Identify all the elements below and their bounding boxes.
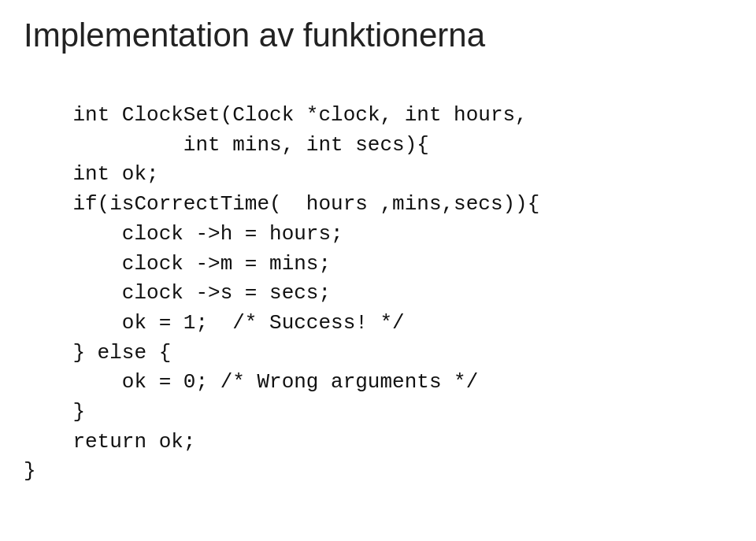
code-line-12: return ok;: [24, 430, 195, 454]
code-line-9: } else {: [24, 341, 171, 365]
code-line-11: }: [24, 400, 85, 424]
code-block: int ClockSet(Clock *clock, int hours, in…: [24, 71, 732, 516]
code-line-4: if(isCorrectTime( hours ,mins,secs)){: [24, 192, 539, 216]
code-line-6: clock ->m = mins;: [24, 252, 331, 276]
code-line-7: clock ->s = secs;: [24, 281, 331, 305]
code-line-2: int mins, int secs){: [24, 133, 429, 157]
page-container: Implementation av funktionerna int Clock…: [24, 16, 732, 541]
code-line-10: ok = 0; /* Wrong arguments */: [24, 370, 478, 394]
code-line-13: }: [24, 459, 36, 483]
page-title: Implementation av funktionerna: [24, 16, 732, 55]
code-line-8: ok = 1; /* Success! */: [24, 311, 405, 335]
code-line-3: int ok;: [24, 162, 159, 186]
code-line-1: int ClockSet(Clock *clock, int hours,: [72, 103, 527, 127]
code-line-5: clock ->h = hours;: [24, 222, 343, 246]
